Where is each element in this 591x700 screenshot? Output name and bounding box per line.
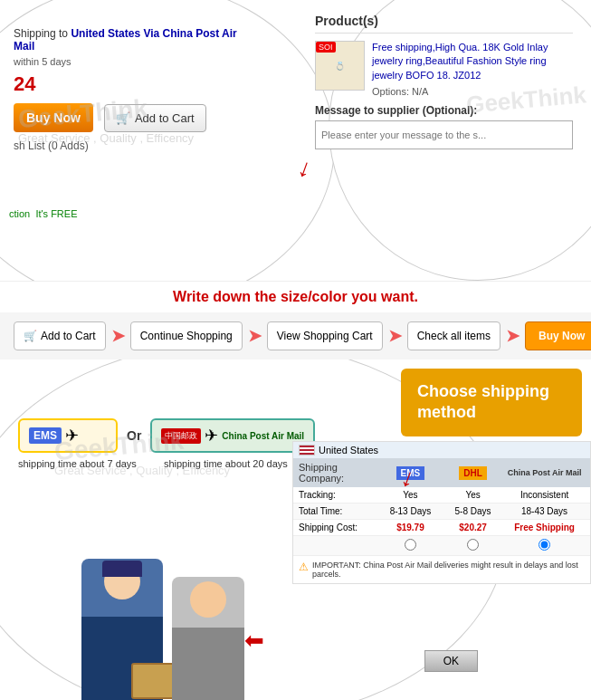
- radio-ems-input[interactable]: [405, 539, 416, 551]
- cart-icon: 🛒: [116, 111, 130, 125]
- ems-logo: EMS: [29, 427, 62, 444]
- message-input[interactable]: [315, 120, 573, 149]
- dhl-badge-header: DHL: [459, 466, 487, 480]
- options-label: Options:: [372, 86, 409, 97]
- view-cart-button[interactable]: View Shopping Cart: [267, 321, 383, 350]
- red-arrow-left: ⬅: [244, 627, 264, 655]
- wish-list-label: sh List (0 Adds): [14, 139, 240, 152]
- tracking-dhl: Yes: [442, 490, 504, 500]
- china-post-plane-icon: ✈: [205, 426, 218, 446]
- main-container: Shipping to United States Via China Post…: [0, 0, 591, 700]
- table-row-time: Total Time: 8-13 Days 5-8 Days 18-43 Day…: [293, 503, 590, 520]
- tracking-ems: Yes: [379, 490, 442, 500]
- col-header-label: Shipping Company:: [299, 462, 379, 484]
- time-dhl: 5-8 Days: [442, 506, 504, 516]
- delivery-people: [45, 541, 281, 700]
- time-ems: 8-13 Days: [379, 506, 442, 516]
- add-cart-label: Add to Cart: [135, 111, 195, 125]
- important-note: ⚠ IMPORTANT: China Post Air Mail deliver…: [293, 556, 590, 583]
- check-items-button[interactable]: Check all items: [407, 321, 500, 350]
- product-row: SOI 💍 Free shipping,High Qua. 18K Gold I…: [315, 41, 573, 97]
- shipping-table: United States Shipping Company: EMS DHL …: [292, 441, 591, 584]
- buy-now-button[interactable]: Buy Now: [14, 103, 93, 132]
- country-row: United States: [293, 442, 590, 458]
- product-options: Options: N/A: [372, 86, 573, 97]
- step-arrow-1: ➤: [111, 326, 125, 346]
- steps-section: 🛒 Add to Cart ➤ Continue Shopping ➤ View…: [0, 312, 591, 360]
- product-details: Free shipping,High Qua. 18K Gold Inlay j…: [372, 41, 573, 97]
- table-row-cost: Shipping Cost: $19.79 $20.27 Free Shippi…: [293, 520, 590, 536]
- radio-dhl[interactable]: [442, 539, 504, 552]
- table-row-tracking: Tracking: Yes Yes Inconsistent: [293, 487, 590, 503]
- radio-ems[interactable]: [379, 539, 442, 552]
- china-post-option-box[interactable]: 中国邮政 ✈ China Post Air Mail: [150, 418, 315, 453]
- ems-option-box[interactable]: EMS ✈: [18, 418, 118, 453]
- col-header-china: China Post Air Mail: [504, 462, 585, 484]
- protection-label: ction: [9, 208, 30, 219]
- write-down-section: Write down the size/color you want.: [0, 281, 591, 312]
- product-badge: SOI: [316, 42, 336, 53]
- step-arrow-3: ➤: [388, 326, 402, 346]
- time-china: 18-43 Days: [504, 506, 585, 516]
- china-post-logo: 中国邮政: [161, 428, 201, 444]
- product-title[interactable]: Free shipping,High Qua. 18K Gold Inlay j…: [372, 41, 573, 82]
- tracking-china: Inconsistent: [504, 490, 585, 500]
- step-add-cart-label: Add to Cart: [41, 330, 96, 342]
- free-shipping-label: Free Shipping: [514, 523, 575, 532]
- important-icon: ⚠: [299, 561, 309, 573]
- table-row-radio: [293, 536, 590, 556]
- radio-spacer: [299, 539, 379, 552]
- us-flag-icon: [299, 445, 315, 455]
- country-name: United States: [319, 445, 378, 455]
- step-arrow-4: ➤: [506, 326, 520, 346]
- cart-icon-step: 🛒: [24, 330, 37, 342]
- cost-label: Shipping Cost:: [299, 523, 379, 532]
- message-label: Message to supplier (Optional):: [315, 104, 573, 117]
- top-section: Shipping to United States Via China Post…: [0, 0, 591, 281]
- important-text: IMPORTANT: China Post Air Mail deliverie…: [312, 561, 585, 579]
- radio-dhl-input[interactable]: [467, 539, 479, 551]
- or-separator: Or: [127, 428, 141, 443]
- ok-button[interactable]: OK: [424, 650, 478, 672]
- cost-ems: $19.79: [379, 523, 442, 532]
- add-to-cart-button-top[interactable]: 🛒 Add to Cart: [104, 104, 206, 132]
- table-header-row: Shipping Company: EMS DHL China Post Air…: [293, 458, 590, 487]
- choose-shipping-box: Choose shipping method: [401, 369, 582, 436]
- time-label: Total Time:: [299, 506, 379, 516]
- protection-info: ction It's FREE: [9, 208, 77, 219]
- female-person: [172, 577, 244, 700]
- left-panel: Shipping to United States Via China Post…: [0, 0, 253, 161]
- shipping-days: within 5 days: [14, 56, 240, 67]
- step-add-to-cart-button[interactable]: 🛒 Add to Cart: [14, 321, 106, 350]
- china-post-time: shipping time about 20 days: [164, 458, 288, 469]
- tracking-label: Tracking:: [299, 490, 379, 500]
- package: [131, 663, 176, 699]
- cost-dhl: $20.27: [442, 523, 504, 532]
- product-header: Product(s): [315, 14, 573, 34]
- protection-value: It's FREE: [35, 208, 77, 219]
- head-female: [190, 581, 226, 618]
- cost-china: Free Shipping: [504, 523, 585, 532]
- buy-now-step-button[interactable]: Buy Now: [525, 321, 591, 350]
- col-header-dhl: DHL: [442, 462, 504, 484]
- hat: [102, 561, 142, 577]
- ems-plane-icon: ✈: [65, 426, 79, 446]
- radio-china-input[interactable]: [539, 539, 550, 551]
- ems-time: shipping time about 7 days: [18, 458, 137, 469]
- radio-china[interactable]: [504, 539, 585, 552]
- product-image: SOI 💍: [315, 41, 365, 91]
- shipping-line: Shipping to United States Via China Post…: [14, 27, 240, 53]
- step-arrow-2: ➤: [248, 326, 262, 346]
- right-panel: Product(s) SOI 💍 Free shipping,High Qua.…: [301, 0, 591, 158]
- options-value: N/A: [412, 86, 428, 97]
- shipping-to-label: Shipping to: [14, 27, 68, 40]
- product-price: 24: [14, 72, 240, 96]
- male-delivery-person: [81, 559, 163, 700]
- china-post-label: China Post Air Mail: [222, 431, 304, 441]
- bottom-section: Choose shipping method ↓ GeekThink Great…: [0, 360, 591, 700]
- continue-shopping-button[interactable]: Continue Shopping: [130, 321, 243, 350]
